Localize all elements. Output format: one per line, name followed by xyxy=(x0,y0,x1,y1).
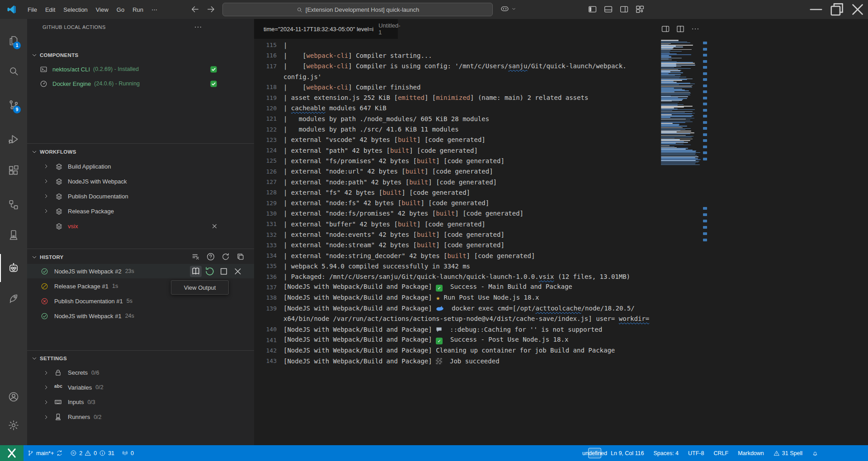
workflow-row[interactable]: Publish Documentation xyxy=(27,189,254,203)
component-row[interactable]: nektos/act CLI(0.2.69) - Installed xyxy=(27,62,254,76)
menu-more[interactable]: ⋯ xyxy=(147,4,161,15)
line-number: 141 xyxy=(254,337,277,343)
section-history[interactable]: HISTORY xyxy=(27,250,254,264)
section-components[interactable]: COMPONENTS xyxy=(27,49,254,61)
chevron-right-icon[interactable] xyxy=(42,414,50,421)
history-row[interactable]: Publish Documentation #15s xyxy=(27,294,254,308)
command-center-search[interactable]: [Extension Development Host] quick-launc… xyxy=(222,3,493,16)
tooltip-text: View Output xyxy=(184,284,216,291)
activity-accounts-icon[interactable] xyxy=(8,391,19,403)
editor-line: x64/bin/node /var/run/act/actions/action… xyxy=(254,314,688,324)
settings-name: Inputs xyxy=(68,399,84,405)
history-row[interactable]: NodeJS with Webpack #124s xyxy=(27,309,254,323)
menu-run[interactable]: Run xyxy=(128,4,147,15)
help-icon[interactable] xyxy=(206,252,215,261)
component-row[interactable]: Docker Engine(24.0.6) - Running xyxy=(27,77,254,90)
section-divider xyxy=(27,350,254,351)
copy-icon[interactable] xyxy=(236,252,245,261)
language-mode-label: Markdown xyxy=(738,450,764,456)
chevron-right-icon[interactable] xyxy=(42,207,50,215)
clear-history-icon[interactable] xyxy=(191,252,200,261)
workflow-name: Build Application xyxy=(68,163,111,170)
branch-status[interactable]: main*+ xyxy=(24,445,66,461)
chevron-right-icon[interactable] xyxy=(42,163,50,170)
section-workflows[interactable]: WORKFLOWS xyxy=(27,146,254,158)
remote-indicator[interactable] xyxy=(0,445,24,461)
activity-github-local-actions-icon[interactable] xyxy=(8,262,19,274)
editor-line: 139[NodeJS with Webpack/Build and Packag… xyxy=(254,303,688,314)
workflow-row[interactable]: Release Package xyxy=(27,204,254,218)
activity-run-and-debug-icon[interactable] xyxy=(8,133,19,145)
activity-search-icon[interactable] xyxy=(8,65,19,77)
split-editor-icon[interactable] xyxy=(676,24,685,33)
activity-extensions-icon[interactable] xyxy=(8,165,19,176)
menu-view[interactable]: View xyxy=(92,4,113,15)
minimize-button[interactable] xyxy=(806,0,826,19)
toggle-secondary-sidebar-icon[interactable] xyxy=(619,5,629,14)
notifications[interactable] xyxy=(811,450,819,456)
editor-line: 141[NodeJS with Webpack/Build and Packag… xyxy=(254,334,688,345)
menu-go[interactable]: Go xyxy=(113,4,128,15)
history-name: NodeJS with Webpack #1 xyxy=(54,313,122,320)
activity-references-icon[interactable] xyxy=(8,199,19,211)
more-actions-icon[interactable] xyxy=(691,24,700,33)
rerun-button[interactable] xyxy=(204,266,216,277)
line-number: 134 xyxy=(254,252,277,259)
workflow-row[interactable]: Build Application xyxy=(27,159,254,174)
chevron-right-icon[interactable] xyxy=(42,384,50,391)
toggle-layout-icon[interactable] xyxy=(661,24,670,33)
menu-edit[interactable]: Edit xyxy=(41,4,59,15)
workflow-row[interactable]: vsix xyxy=(27,219,254,233)
section-settings[interactable]: SETTINGS xyxy=(27,352,254,365)
remove-workflow-icon[interactable] xyxy=(211,222,218,230)
restore-button[interactable] xyxy=(826,0,847,19)
settings-row[interactable]: abcVariables0/2 xyxy=(27,381,254,395)
settings-row[interactable]: Runners0/2 xyxy=(27,410,254,424)
chevron-right-icon[interactable] xyxy=(42,193,50,200)
indentation[interactable]: Spaces: 4 xyxy=(652,450,679,456)
tab-untitled-1[interactable]: time="2024-11-17T18:32:43-05:00" level=i… xyxy=(254,19,398,39)
nav-back-icon[interactable] xyxy=(190,4,200,14)
view-output-button[interactable] xyxy=(190,266,202,277)
close-button[interactable] xyxy=(847,0,868,19)
cursor-position[interactable]: Ln 9, Col 116 xyxy=(610,450,645,456)
more-actions-icon[interactable] xyxy=(193,23,203,32)
settings-row[interactable]: Secrets0/6 xyxy=(27,366,254,380)
chevron-right-icon[interactable] xyxy=(42,369,50,376)
ports[interactable]: 0 xyxy=(118,445,137,461)
language-mode[interactable]: Markdown xyxy=(737,450,765,456)
customize-layout-icon[interactable] xyxy=(635,5,645,14)
line-text: | xyxy=(283,42,287,49)
overview-ruler[interactable] xyxy=(703,39,708,445)
eol[interactable]: CRLF xyxy=(712,450,729,456)
activity-settings-gear-icon[interactable] xyxy=(8,419,19,431)
editor-content[interactable]: 115|116| [webpack-cli] Compiler starting… xyxy=(254,39,709,445)
editor-line: 138[NodeJS with Webpack/Build and Packag… xyxy=(254,292,688,303)
zoom-indicator[interactable]: undefined xyxy=(587,448,602,458)
ruler-mark xyxy=(703,42,707,44)
stop-button[interactable] xyxy=(218,266,230,277)
toggle-primary-sidebar-icon[interactable] xyxy=(588,5,597,14)
copilot-menu[interactable] xyxy=(500,4,517,14)
status-check-icon xyxy=(210,80,217,88)
toggle-panel-icon[interactable] xyxy=(604,5,613,14)
workflow-row[interactable]: NodeJS with Webpack xyxy=(27,174,254,188)
problems[interactable]: 2031 xyxy=(66,445,118,461)
encoding[interactable]: UTF-8 xyxy=(687,450,705,456)
history-row[interactable]: NodeJS with Webpack #223s xyxy=(27,264,254,278)
spell-checker[interactable]: 31 Spell xyxy=(773,450,803,456)
chevron-right-icon[interactable] xyxy=(42,399,50,406)
activity-remote-machine-icon[interactable] xyxy=(8,229,19,241)
menu-selection[interactable]: Selection xyxy=(59,4,91,15)
settings-row[interactable]: Inputs0/3 xyxy=(27,395,254,409)
dismiss-button[interactable] xyxy=(232,266,244,277)
menu-file[interactable]: File xyxy=(24,4,41,15)
refresh-icon[interactable] xyxy=(221,252,230,261)
line-number: 128 xyxy=(254,189,277,196)
activity-rocket-icon[interactable] xyxy=(8,292,19,304)
nav-forward-icon[interactable] xyxy=(206,4,216,14)
chevron-right-icon[interactable] xyxy=(42,178,50,185)
editor-line: 121| modules by path ./node_modules/ 605… xyxy=(254,113,688,124)
component-name: Docker Engine xyxy=(52,80,91,87)
sync-icon xyxy=(56,450,63,456)
